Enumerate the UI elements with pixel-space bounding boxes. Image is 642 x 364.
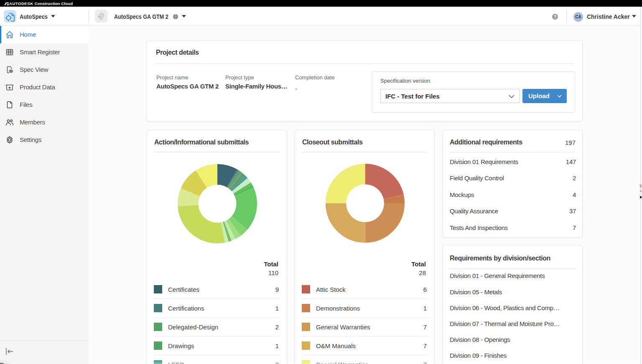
svg-text:?: ? <box>554 15 556 19</box>
